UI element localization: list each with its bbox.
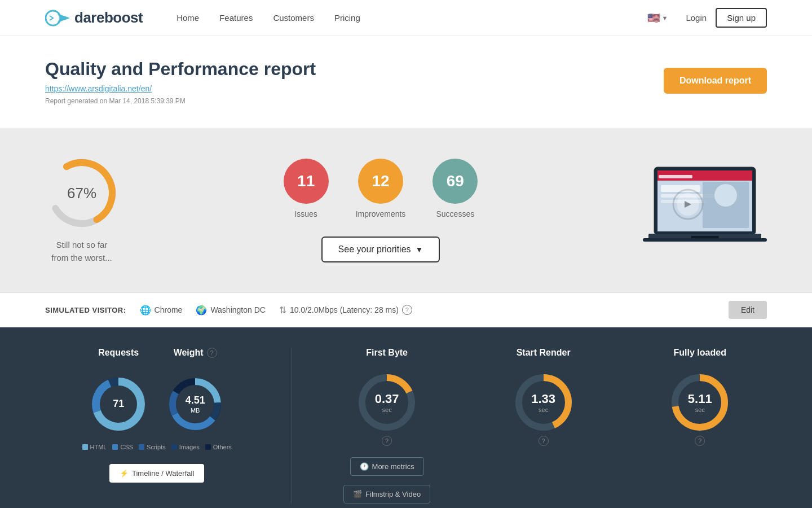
edit-button[interactable]: Edit [729,301,767,319]
start-render-metric: Start Render 1.33 sec ? [476,348,611,446]
more-metrics-button[interactable]: 🕐 More metrics [350,457,424,476]
laptop-preview [643,161,767,260]
nav-pricing[interactable]: Pricing [334,13,360,23]
legend-others-dot [205,444,211,450]
legend-css: CSS [112,444,133,450]
legend: HTML CSS Scripts Images Others [45,444,268,450]
legend-css-dot [112,444,118,450]
site-url[interactable]: https://www.arsdigitalia.net/en/ [45,84,316,93]
svg-rect-17 [643,238,767,242]
logo-text: dareboost [74,9,143,27]
location-icon: 🌍 [196,305,207,316]
timeline-icon: ⚡ [120,469,129,478]
page-title: Quality and Performance report [45,59,316,80]
start-render-help-icon[interactable]: ? [539,436,549,446]
chevron-down-icon: ▼ [416,245,423,254]
metrics-panel: Requests 71 Weight ? [0,327,812,508]
nav-links: Home Features Customers Pricing [176,13,647,23]
chevron-down-icon: ▼ [662,15,668,21]
report-date: Report generated on Mar 14, 2018 5:39:39… [45,97,186,105]
navbar: dareboost Home Features Customers Pricin… [0,0,812,36]
bottom-buttons: 🕐 More metrics 🎬 Filmstrip & Video [320,457,454,503]
legend-html: HTML [82,444,107,450]
score-value: 67% [67,185,96,202]
fully-loaded-metric: Fully loaded 5.11 sec ? [633,348,767,446]
nav-customers[interactable]: Customers [273,13,314,23]
weight-title: Weight [174,348,204,358]
visitor-label: SIMULATED VISITOR: [45,306,126,314]
first-byte-value: 0.37 sec [375,392,399,413]
language-selector[interactable]: 🇺🇸 ▼ [647,12,668,24]
browser-item: 🌐 Chrome [140,305,183,316]
nav-features[interactable]: Features [219,13,253,23]
fully-loaded-value: 5.11 sec [688,392,712,413]
header-section: Quality and Performance report https://w… [0,36,812,128]
requests-title: Requests [98,348,139,358]
browser-icon: 🌐 [140,305,151,316]
summary-metrics-wrap: 11 Issues 12 Improvements 69 Successes [284,159,478,262]
first-byte-donut: 0.37 sec [356,371,418,433]
svg-rect-18 [691,236,719,238]
issues-bubble: 11 [284,159,329,204]
start-render-donut: 1.33 sec [513,371,575,433]
improvements-label: Improvements [356,209,406,218]
improvements-bubble: 12 [358,159,403,204]
flag-icon: 🇺🇸 [647,12,660,24]
browser-name: Chrome [155,305,183,314]
score-label: Still not so far from the worst... [51,239,112,264]
see-priorities-button[interactable]: See your priorities ▼ [321,237,440,262]
metrics-right: First Byte 0.37 sec ? 🕐 Mo [292,348,767,503]
successes-bubble: 69 [433,159,478,204]
summary-section: 67% Still not so far from the worst... 1… [0,128,812,292]
fully-loaded-title: Fully loaded [674,348,726,358]
location-name: Washington DC [210,305,266,314]
login-button[interactable]: Login [686,13,707,23]
start-render-title: Start Render [517,348,571,358]
donut-group: Requests 71 Weight ? [45,348,268,432]
logo[interactable]: dareboost [45,8,143,28]
legend-scripts-dot [139,444,144,450]
network-speed: 10.0/2.0Mbps (Latency: 28 ms) [290,305,399,314]
visitor-info: SIMULATED VISITOR: 🌐 Chrome 🌍 Washington… [45,305,412,316]
header-left: Quality and Performance report https://w… [45,59,316,106]
fully-loaded-donut: 5.11 sec [669,371,731,433]
network-help-icon[interactable]: ? [402,305,412,315]
first-byte-help-icon[interactable]: ? [382,436,392,446]
weight-donut: 4.51 MB [167,376,223,432]
timeline-button[interactable]: ⚡ Timeline / Waterfall [109,464,204,483]
filmstrip-button[interactable]: 🎬 Filmstrip & Video [343,485,430,503]
nav-home[interactable]: Home [176,13,199,23]
successes-metric: 69 Successes [433,159,478,218]
svg-rect-6 [659,175,692,178]
legend-others: Others [205,444,232,450]
download-report-button[interactable]: Download report [664,68,767,94]
score-wrap: 67% Still not so far from the worst... [45,156,118,264]
start-render-value: 1.33 sec [531,392,555,413]
score-circle: 67% [45,156,118,230]
network-item: ⇅ 10.0/2.0Mbps (Latency: 28 ms) ? [279,305,412,316]
nav-auth: Login Sign up [686,8,767,28]
legend-images-dot [171,444,177,450]
film-icon: 🎬 [353,490,362,498]
weight-help-icon[interactable]: ? [207,348,217,358]
first-byte-metric: First Byte 0.37 sec ? 🕐 Mo [320,348,454,503]
location-item: 🌍 Washington DC [196,305,266,316]
requests-donut: 71 [90,376,147,432]
weight-donut-wrap: Weight ? 4.51 MB [167,348,223,432]
network-icon: ⇅ [279,305,286,316]
issues-metric: 11 Issues [284,159,329,218]
metric-circles: 11 Issues 12 Improvements 69 Successes [284,159,478,218]
metrics-left: Requests 71 Weight ? [45,348,292,503]
weight-value: 4.51 MB [186,395,205,414]
requests-donut-wrap: Requests 71 [90,348,147,432]
signup-button[interactable]: Sign up [716,8,767,28]
fully-loaded-help-icon[interactable]: ? [695,436,705,446]
legend-images: Images [171,444,200,450]
legend-html-dot [82,444,88,450]
legend-scripts: Scripts [139,444,166,450]
visitor-bar: SIMULATED VISITOR: 🌐 Chrome 🌍 Washington… [0,292,812,327]
requests-value: 71 [113,398,124,410]
first-byte-title: First Byte [366,348,408,358]
clock-icon: 🕐 [360,462,369,471]
successes-label: Successes [436,209,474,218]
